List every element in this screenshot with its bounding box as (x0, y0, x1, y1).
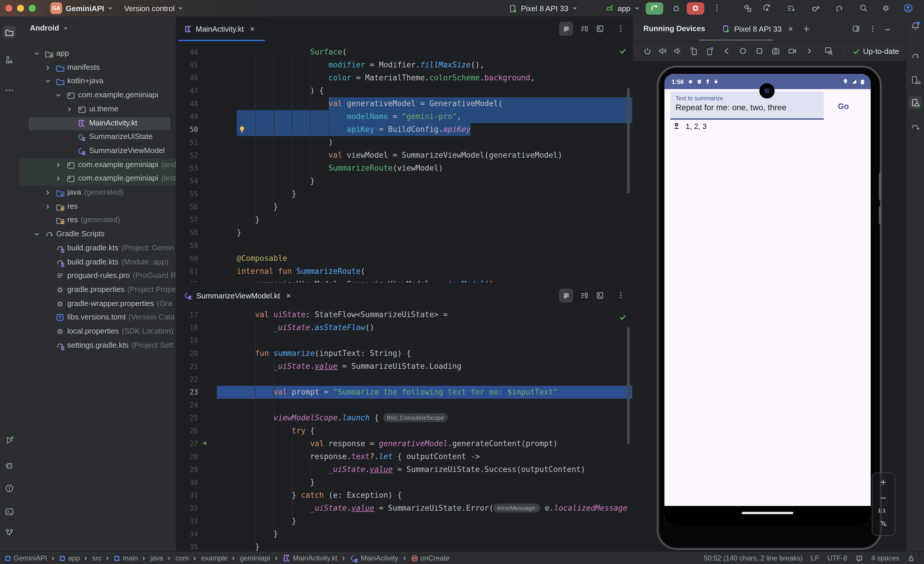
breadcrumb-item[interactable]: app (60, 554, 80, 562)
breadcrumb-item[interactable]: main (114, 554, 138, 562)
more-tools-button[interactable] (4, 86, 14, 95)
build-button[interactable] (743, 3, 752, 13)
close-icon[interactable] (788, 26, 794, 32)
editor-view-mode-design[interactable] (596, 291, 604, 299)
tree-item[interactable]: gradle-wrapper.properties(Gra (19, 297, 176, 311)
rotate-left-icon[interactable] (689, 46, 698, 56)
rotate-right-icon[interactable] (705, 46, 715, 56)
go-button[interactable]: Go (838, 102, 849, 111)
tree-item[interactable]: SummarizeUiState (19, 130, 176, 144)
editor-view-mode-split[interactable] (580, 25, 588, 33)
code-line[interactable]: 61internal fun SummarizeRoute( (176, 265, 632, 278)
zoom-fit-icon[interactable] (880, 520, 887, 527)
close-icon[interactable] (286, 293, 291, 298)
code-line[interactable]: 24 (176, 399, 632, 412)
gemini-button[interactable] (910, 122, 921, 131)
editor1-scrollbar[interactable] (627, 88, 630, 194)
tree-item[interactable]: java(generated) (19, 186, 176, 200)
code-line[interactable]: 60@Composable (176, 252, 632, 265)
code-line[interactable]: 33 } (176, 515, 632, 528)
run-tool-button[interactable] (4, 436, 14, 445)
text-input-field[interactable]: Text to summarize Repeat for me: one, tw… (670, 92, 824, 120)
chevron-down-icon[interactable] (56, 92, 62, 98)
zoom-out-icon[interactable] (879, 494, 887, 502)
editor2-options-menu[interactable] (616, 291, 625, 299)
chevron-right-icon[interactable] (44, 64, 51, 71)
code-line[interactable]: 57 } (176, 214, 632, 226)
editor1-options-menu[interactable] (616, 24, 625, 33)
new-device-tab-button[interactable] (803, 25, 810, 33)
vcs-menu[interactable]: Version control (124, 0, 183, 17)
volume-down-icon[interactable] (673, 46, 682, 56)
run-more-menu[interactable] (712, 3, 721, 12)
home-icon[interactable] (738, 46, 748, 56)
code-line[interactable]: 46 color = MaterialTheme.colorScheme.bac… (176, 72, 632, 84)
code-line[interactable]: 52 val viewModel = SummarizeViewModel(ge… (176, 149, 632, 162)
apply-changes-button[interactable] (762, 3, 772, 13)
tree-item[interactable]: Gradle Scripts (19, 227, 176, 241)
screenshot-camera-icon[interactable] (771, 46, 780, 56)
code-line[interactable]: 35 } (176, 541, 632, 552)
breadcrumb-item[interactable]: src (92, 554, 102, 562)
chevron-right-icon[interactable] (66, 106, 73, 113)
device-mirror-icon[interactable] (824, 46, 834, 56)
encoding-widget[interactable]: UTF-8 (827, 554, 847, 562)
code-line[interactable]: 50 apiKey = BuildConfig.apiKey (176, 123, 632, 136)
code-line[interactable]: 22 (176, 373, 632, 386)
zoom-in-icon[interactable] (879, 478, 887, 486)
breadcrumb-item[interactable]: onCreate (411, 554, 449, 562)
tab-summarizeviewmodel[interactable]: SummarizeViewModel.kt (184, 283, 291, 308)
code-line[interactable]: 53 SummarizeRoute(viewModel) (176, 162, 632, 175)
editor-view-mode-code[interactable] (559, 289, 573, 302)
tree-item[interactable]: app (19, 47, 176, 61)
logcat-tool-button[interactable] (4, 460, 14, 469)
search-everywhere-button[interactable] (859, 3, 868, 13)
panel-options-kebab-icon[interactable] (868, 25, 877, 33)
tree-item[interactable]: proguard-rules.pro(ProGuard R (19, 269, 176, 283)
version-control-tool-button[interactable] (4, 528, 14, 538)
zoom-reset-button[interactable]: 1:1 (878, 507, 886, 514)
breadcrumb-item[interactable]: java (150, 554, 163, 562)
device-manager-button[interactable] (910, 75, 921, 85)
chevron-right-icon[interactable] (44, 203, 51, 210)
indent-widget[interactable]: 4 spaces (871, 554, 899, 562)
tree-item[interactable]: MainActivity.kt (19, 116, 176, 130)
project-selector[interactable]: GeminiAPI (66, 0, 113, 17)
tree-item[interactable]: SummarizeViewModel (19, 144, 176, 158)
editor1-code[interactable]: 44 Surface(45 modifier = Modifier.fillMa… (176, 41, 632, 287)
code-line[interactable]: 59 (176, 239, 632, 252)
chevron-right-icon[interactable] (44, 190, 51, 196)
code-line[interactable]: 20 fun summarize(inputText: String) { (176, 347, 632, 360)
readonly-lock-icon[interactable] (908, 554, 915, 562)
code-line[interactable]: 17 val uiState: StateFlow<SummarizeUiSta… (176, 308, 632, 321)
project-view-selector[interactable]: Android (30, 23, 69, 32)
tree-item[interactable]: local.properties(SDK Location) (19, 325, 176, 338)
close-window-button[interactable] (5, 5, 12, 12)
sync-gradle-button[interactable] (834, 3, 844, 13)
code-line[interactable]: 49 modelName = "gemini-pro", (176, 110, 632, 123)
nav-handle[interactable] (742, 512, 794, 514)
tree-item[interactable]: com.example.geminiapi (19, 89, 176, 102)
screen-record-icon[interactable] (788, 46, 797, 56)
overview-icon[interactable] (754, 46, 764, 56)
minimize-panel-icon[interactable] (884, 26, 891, 33)
code-line[interactable]: 30 } (176, 476, 632, 489)
tree-item[interactable]: kotlin+java (19, 75, 176, 89)
code-line[interactable]: 51 ) (176, 136, 632, 149)
chevron-down-icon[interactable] (33, 50, 40, 57)
more-actions-chevron-icon[interactable] (805, 47, 813, 55)
inspections-ok-icon[interactable] (619, 47, 627, 55)
code-line[interactable]: 34 } (176, 528, 632, 541)
maximize-window-button[interactable] (29, 5, 36, 12)
code-line[interactable]: 45 modifier = Modifier.fillMaxSize(), (176, 59, 632, 72)
code-line[interactable]: 23 val prompt = "Summarize the following… (176, 386, 632, 399)
device-tab[interactable]: Pixel 8 API 33 (722, 17, 794, 41)
rerun-button[interactable] (646, 2, 663, 14)
profiler-button[interactable] (811, 3, 820, 13)
account-button[interactable] (903, 3, 914, 14)
tree-item[interactable]: ui.theme (19, 102, 176, 116)
breadcrumb-item[interactable]: MainActivity (350, 554, 398, 562)
breadcrumb-item[interactable]: com (176, 554, 189, 562)
breadcrumb-item[interactable]: example (201, 554, 228, 562)
settings-button[interactable] (881, 3, 891, 13)
